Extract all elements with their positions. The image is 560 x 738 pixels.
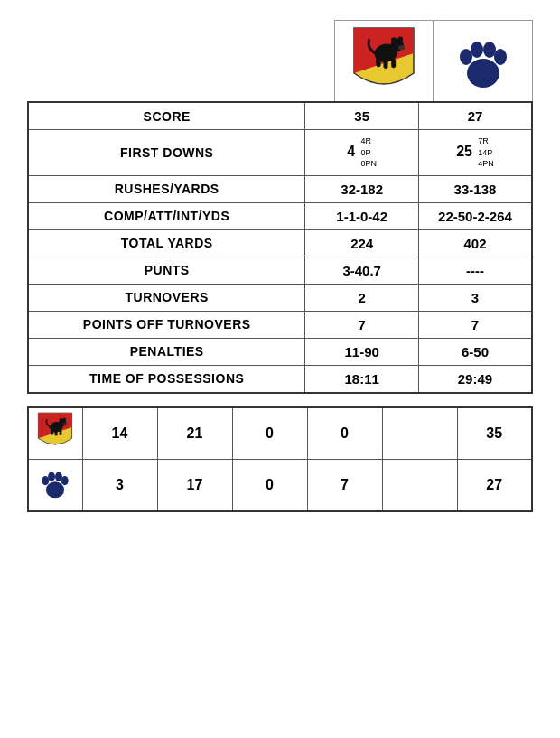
stat-label: RUSHES/YARDS <box>28 175 305 202</box>
score-team2-q6: 27 <box>457 459 532 511</box>
stat-team1-value: 3-40.7 <box>305 257 419 284</box>
stat-team1-value: 18:11 <box>305 365 419 393</box>
stat-team1-value: 224 <box>305 229 419 257</box>
score-team1-q1: 14 <box>82 407 157 460</box>
score-breakdown-table: 14210035 3170727 <box>27 406 533 512</box>
stat-team2-value: ---- <box>418 257 532 284</box>
svg-point-2 <box>391 37 397 42</box>
svg-point-10 <box>471 42 483 58</box>
score-team1-logo <box>28 407 82 460</box>
svg-point-12 <box>494 49 507 65</box>
svg-rect-19 <box>55 431 58 436</box>
stat-team2-value: 25 7R14P4PN <box>418 130 532 176</box>
stat-label: FIRST DOWNS <box>28 130 305 176</box>
stat-team1-value: 11-90 <box>305 338 419 365</box>
stat-label: PUNTS <box>28 257 305 284</box>
svg-rect-7 <box>391 59 396 68</box>
score-team2-q2: 17 <box>157 459 232 511</box>
svg-point-8 <box>467 59 499 88</box>
stat-team2-value: 3 <box>418 284 532 311</box>
svg-point-21 <box>46 481 64 498</box>
stat-label: SCORE <box>28 102 305 130</box>
stat-team1-value: 7 <box>305 311 419 338</box>
stat-team2-value: 7 <box>418 311 532 338</box>
paw-logo <box>452 26 515 97</box>
stat-team2-value: 33-138 <box>418 175 532 202</box>
stat-team1-value: 2 <box>305 284 419 311</box>
svg-point-9 <box>460 49 472 65</box>
score-team2-q1: 3 <box>82 459 157 511</box>
stat-team2-value: 402 <box>418 229 532 257</box>
svg-point-11 <box>483 42 496 58</box>
stat-label: TOTAL YARDS <box>28 229 305 257</box>
stat-label: COMP/ATT/INT/YDS <box>28 202 305 229</box>
svg-point-25 <box>61 476 69 485</box>
stat-label: TIME OF POSSESSIONS <box>28 365 305 393</box>
stat-team2-value: 29:49 <box>418 365 532 393</box>
score-team2-q4: 7 <box>307 459 382 511</box>
score-team1-q5 <box>382 407 457 460</box>
millbrook-logo <box>352 26 415 97</box>
svg-point-3 <box>397 36 403 42</box>
svg-point-17 <box>63 423 67 425</box>
svg-point-23 <box>48 472 55 481</box>
svg-rect-5 <box>376 57 381 66</box>
stat-label: TURNOVERS <box>28 284 305 311</box>
stat-team1-value: 4 4R0P0PN <box>305 130 419 176</box>
svg-point-24 <box>55 472 62 481</box>
score-team2-q3: 0 <box>232 459 307 511</box>
svg-point-15 <box>60 418 62 421</box>
score-team1-q4: 0 <box>307 407 382 460</box>
svg-point-22 <box>42 476 50 485</box>
score-team1-q6: 35 <box>457 407 532 460</box>
score-team1-q2: 21 <box>157 407 232 460</box>
svg-point-4 <box>398 45 405 50</box>
logos-section <box>27 20 533 101</box>
svg-point-16 <box>63 417 66 420</box>
stat-team1-value: 35 <box>305 102 419 130</box>
stat-team1-value: 32-182 <box>305 175 419 202</box>
score-team2-q5 <box>382 459 457 511</box>
stat-team2-value: 27 <box>418 102 532 130</box>
stat-label: PENALTIES <box>28 338 305 365</box>
svg-rect-20 <box>60 430 62 435</box>
svg-rect-18 <box>51 429 53 434</box>
stat-team2-value: 22-50-2-264 <box>418 202 532 229</box>
svg-rect-6 <box>383 59 387 68</box>
team1-logo-cell <box>334 20 434 101</box>
stats-table: SCORE 35 27 FIRST DOWNS 4 4R0P0PN 25 7R1… <box>27 101 533 394</box>
stat-label: POINTS OFF TURNOVERS <box>28 311 305 338</box>
score-team1-q3: 0 <box>232 407 307 460</box>
stat-team1-value: 1-1-0-42 <box>305 202 419 229</box>
stat-team2-value: 6-50 <box>418 338 532 365</box>
team2-logo-cell <box>434 20 533 101</box>
score-team2-logo <box>28 459 82 511</box>
